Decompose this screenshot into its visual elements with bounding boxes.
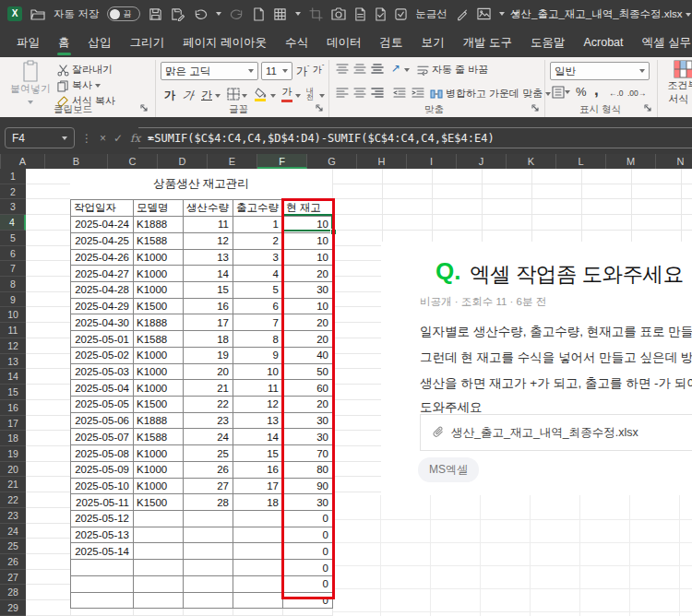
stock-cell[interactable]: 40 [283,347,333,363]
date-cell[interactable]: 2025-05-10 [71,478,134,494]
row-header[interactable]: 27 [0,570,26,586]
row-header[interactable]: 6 [0,246,26,262]
stock-cell[interactable]: 50 [283,363,333,380]
document-check-icon[interactable] [375,7,387,21]
row-header[interactable]: 1 [0,169,26,184]
shipped-cell[interactable]: 15 [233,445,283,462]
produced-cell[interactable]: 26 [184,461,233,478]
cancel-entry-icon[interactable]: × [100,132,106,145]
wrap-text-button[interactable]: 자동 줄 바꿈 [417,63,488,77]
model-cell[interactable] [134,575,184,592]
shipped-cell[interactable]: 7 [233,314,283,331]
table-title[interactable]: 상품생산 재고관리 [70,169,332,199]
comma-style-button[interactable]: , [594,81,599,100]
shipped-cell[interactable] [233,592,283,609]
stock-cell[interactable]: 10 [283,249,333,266]
produced-cell[interactable] [184,527,233,543]
cut-button[interactable]: 잘라내기 [57,63,113,77]
ribbon-tab[interactable]: 검토 [370,29,412,57]
open-folder-icon[interactable] [30,7,45,20]
row-header[interactable]: 24 [0,524,26,539]
row-header[interactable]: 25 [0,539,26,554]
gridlines-checkbox-icon[interactable] [395,8,407,20]
merge-center-button[interactable]: 병합하고 가운데 맞춤 [430,87,551,101]
stock-cell[interactable]: 90 [283,478,333,494]
produced-cell[interactable]: 11 [184,217,233,233]
model-cell[interactable]: K1500 [134,397,184,413]
shipped-cell[interactable]: 4 [233,266,283,282]
font-name-dropdown[interactable]: 맑은 고딕 [161,62,258,80]
shipped-cell[interactable]: 3 [233,249,283,266]
model-cell[interactable]: K1000 [134,249,184,266]
shipped-cell[interactable] [233,560,283,576]
column-header[interactable]: J [457,154,507,169]
stock-cell[interactable]: 20 [283,266,333,282]
model-cell[interactable]: K1000 [134,445,184,462]
ribbon-tab[interactable]: 엑셀 실무 적용 [633,29,692,57]
model-cell[interactable]: K1000 [134,281,184,298]
model-cell[interactable]: K1500 [134,298,184,314]
window-title[interactable]: 생산_출고_재고_내역_최종수정.xlsx [510,7,691,21]
date-cell[interactable]: 2025-05-06 [71,412,134,429]
model-cell[interactable]: K1000 [134,380,184,397]
row-header[interactable]: 29 [0,600,26,616]
table-header-cell[interactable]: 모델명 [134,200,184,217]
produced-cell[interactable] [184,543,233,560]
stock-cell[interactable]: 10 [283,298,333,314]
produced-cell[interactable]: 28 [184,494,233,511]
align-right-icon[interactable] [371,88,384,99]
autosave-toggle[interactable]: 끔 [107,6,140,21]
produced-cell[interactable]: 18 [184,331,233,348]
number-format-dropdown[interactable]: 일반 [550,62,650,80]
save-icon[interactable] [149,7,162,21]
row-header[interactable]: 22 [0,492,26,508]
stock-cell[interactable]: 20 [283,397,333,413]
table-dropdown-icon[interactable] [295,12,301,16]
shipped-cell[interactable]: 17 [233,478,283,494]
borders-icon[interactable] [227,88,240,101]
align-left-icon[interactable] [336,88,349,99]
phonetic-dropdown-icon[interactable] [319,94,325,98]
column-header[interactable]: G [307,154,357,169]
row-header[interactable]: 26 [0,554,26,570]
select-all-corner[interactable] [0,154,1,169]
date-cell[interactable]: 2025-05-12 [71,511,134,527]
column-header[interactable]: K [507,154,556,169]
column-header[interactable]: C [108,154,158,169]
column-header[interactable]: N [656,154,692,169]
row-header[interactable]: 20 [0,462,26,478]
produced-cell[interactable] [184,575,233,592]
shipped-cell[interactable]: 8 [233,331,283,348]
decrease-indent-icon[interactable] [393,88,406,99]
model-cell[interactable]: K1588 [134,232,184,249]
column-header[interactable]: F [257,154,307,169]
stock-cell[interactable]: 10 [283,217,333,233]
row-header[interactable]: 12 [0,338,26,354]
date-cell[interactable] [71,560,134,576]
underline-button[interactable]: 간 [201,88,212,103]
model-cell[interactable] [134,543,184,560]
produced-cell[interactable]: 13 [184,249,233,266]
produced-cell[interactable]: 20 [184,363,233,380]
model-cell[interactable]: K1500 [134,494,184,511]
produced-cell[interactable]: 19 [184,347,233,363]
stock-cell[interactable]: 70 [283,445,333,462]
date-cell[interactable]: 2025-05-14 [71,543,134,560]
stock-cell[interactable]: 0 [283,511,333,527]
align-middle-icon[interactable] [353,64,366,75]
row-header[interactable]: 5 [0,231,26,246]
category-tag[interactable]: MS엑셀 [418,457,479,482]
fill-color-button[interactable] [255,86,267,101]
stock-cell[interactable]: 60 [283,380,333,397]
row-header[interactable]: 11 [0,323,26,338]
column-header[interactable]: B [45,154,108,169]
row-header[interactable]: 9 [0,292,26,308]
excel-app-icon[interactable]: X [7,6,22,21]
table-header-cell[interactable]: 출고수량 [233,200,283,217]
model-cell[interactable]: K1000 [134,478,184,494]
align-bottom-icon[interactable] [371,64,384,75]
new-document-icon[interactable] [253,7,265,21]
ribbon-tab[interactable]: 수식 [276,29,317,57]
font-dialog-launcher-icon[interactable] [316,104,324,113]
title-dropdown-icon[interactable] [686,13,691,17]
